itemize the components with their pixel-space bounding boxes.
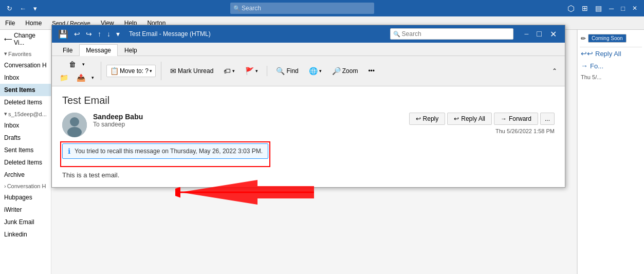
msg-ribbon: 🗑 ▾ 📁 📤 ▾ 📋 Move to: ? bbox=[52, 56, 565, 86]
minimize-btn[interactable]: ─ bbox=[606, 4, 616, 13]
reply-btn[interactable]: ↩ Reply bbox=[409, 113, 446, 125]
pencil-icon: ✏ bbox=[581, 35, 586, 42]
flag-icon: 🚩 bbox=[245, 67, 254, 75]
msg-body: Test Email Sandeep Babu bbox=[52, 86, 565, 187]
translate-icon: 🌐 bbox=[309, 67, 318, 75]
chevron-right-icon: › bbox=[4, 183, 6, 189]
coming-soon-badge: Coming Soon bbox=[588, 34, 627, 43]
move-dropdown-icon: ▾ bbox=[150, 68, 152, 74]
category-btn[interactable]: 🏷 ▾ bbox=[220, 65, 238, 77]
snooze-btn[interactable]: 📤 bbox=[73, 71, 89, 84]
msg-tabs: File Message Help bbox=[52, 43, 565, 56]
tab-message[interactable]: Message bbox=[79, 44, 118, 56]
maximize-btn[interactable]: □ bbox=[618, 4, 628, 13]
chevron-down-icon-acct: ▾ bbox=[4, 111, 7, 117]
recall-notice-container: ℹ You tried to recall this message on Th… bbox=[62, 143, 268, 165]
layout-icon[interactable]: ▤ bbox=[593, 3, 604, 13]
svg-point-1 bbox=[70, 117, 79, 126]
msg-undo-btn[interactable]: ↩ bbox=[72, 29, 82, 39]
close-btn[interactable]: ✕ bbox=[630, 4, 640, 13]
sidebar-item-inbox-fav[interactable]: Inbox bbox=[0, 71, 51, 84]
msg-search-icon: 🔍 bbox=[393, 31, 400, 38]
msg-more-btn[interactable]: ▾ bbox=[114, 29, 122, 39]
msg-search-input[interactable] bbox=[390, 28, 513, 40]
sidebar-item-deleted-items-fav[interactable]: Deleted Items bbox=[0, 96, 51, 108]
svg-point-2 bbox=[67, 127, 82, 137]
email-timestamp: Thu 5/26/2022 1:58 PM bbox=[495, 128, 555, 134]
sidebar-item-sent-items[interactable]: Sent Items bbox=[0, 144, 51, 156]
mark-unread-btn[interactable]: ✉ Mark Unread bbox=[167, 65, 217, 77]
translate-dropdown-icon: ▾ bbox=[319, 68, 322, 74]
svg-marker-5 bbox=[180, 180, 314, 187]
archive-btn[interactable]: 📁 bbox=[56, 71, 72, 84]
msg-save-btn[interactable]: 💾 bbox=[56, 28, 70, 40]
recall-notice: ℹ You tried to recall this message on Th… bbox=[62, 143, 268, 159]
help-icon[interactable]: ⬡ bbox=[565, 3, 577, 14]
flag-btn[interactable]: 🚩 ▾ bbox=[242, 65, 262, 77]
msg-redo-btn[interactable]: ↪ bbox=[84, 29, 94, 39]
refresh-btn[interactable]: ↻ bbox=[4, 4, 15, 13]
more-ribbon-btn[interactable]: ••• bbox=[364, 65, 378, 77]
undo-btn[interactable]: ← bbox=[17, 4, 29, 13]
sidebar-item-conversation-h-fav[interactable]: Conversation H bbox=[0, 59, 51, 71]
tab-help[interactable]: Help bbox=[118, 44, 144, 56]
favorites-header[interactable]: ▾ Favorites bbox=[0, 48, 51, 59]
dropdown-btn[interactable]: ▾ bbox=[31, 4, 40, 13]
bg-titlebar: ↻ ← ▾ 🔍 ⬡ ⊞ ▤ ─ □ ✕ bbox=[0, 0, 644, 16]
email-icon: ✉ bbox=[170, 67, 176, 75]
delete-btn[interactable]: 🗑 bbox=[65, 58, 80, 70]
category-icon: 🏷 bbox=[224, 67, 231, 75]
zoom-btn[interactable]: 🔎 Zoom bbox=[328, 65, 362, 77]
main-search-input[interactable] bbox=[230, 3, 374, 14]
conversation-h-group[interactable]: › Conversation H bbox=[0, 181, 51, 191]
msg-title: Test Email - Message (HTML) bbox=[129, 30, 387, 38]
reply-all-btn[interactable]: ↩ Reply All bbox=[447, 113, 492, 125]
tab-file[interactable]: File bbox=[56, 44, 79, 56]
sender-avatar bbox=[62, 113, 87, 137]
msg-up-btn[interactable]: ↑ bbox=[96, 29, 103, 39]
reply-icon: ↩ bbox=[416, 115, 421, 122]
move-to-btn[interactable]: 📋 Move to: ? ▾ bbox=[106, 65, 156, 77]
sidebar-item-linkedin[interactable]: Linkedin bbox=[0, 228, 51, 241]
bg-nav-sidebar: ⟵ Change Vi... ▾ Favorites Conversation … bbox=[0, 30, 51, 274]
msg-down-btn[interactable]: ↓ bbox=[105, 29, 113, 39]
message-window: 💾 ↩ ↪ ↑ ↓ ▾ Test Email - Message (HTML) … bbox=[51, 25, 565, 188]
reply-all-icon-btn: ↩ bbox=[454, 115, 459, 122]
delete-dropdown-btn[interactable]: ▾ bbox=[81, 58, 86, 70]
apps-icon[interactable]: ⊞ bbox=[579, 3, 591, 13]
sidebar-item-junk-email[interactable]: Junk Email bbox=[0, 216, 51, 228]
translate-btn[interactable]: 🌐 ▾ bbox=[305, 65, 325, 77]
msg-close-btn[interactable]: ✕ bbox=[546, 25, 561, 43]
find-btn[interactable]: 🔍 Find bbox=[272, 65, 302, 77]
sidebar-item-iwriter[interactable]: iWriter bbox=[0, 204, 51, 216]
sidebar-item-drafts[interactable]: Drafts bbox=[0, 132, 51, 144]
menu-home[interactable]: Home bbox=[20, 16, 47, 30]
menu-file[interactable]: File bbox=[0, 16, 20, 30]
collapse-ribbon-btn[interactable]: ⌃ bbox=[548, 65, 561, 77]
move-icon: 📋 bbox=[110, 67, 119, 75]
msg-search-wrap: 🔍 bbox=[390, 28, 513, 40]
sidebar-item-inbox[interactable]: Inbox bbox=[0, 119, 51, 132]
msg-maximize-btn[interactable]: □ bbox=[532, 25, 546, 43]
folder-icon: 📁 bbox=[60, 74, 68, 82]
zoom-icon: 🔎 bbox=[332, 67, 341, 75]
sidebar-item-archive[interactable]: Archive bbox=[0, 169, 51, 181]
change-view-btn[interactable]: ⟵ Change Vi... bbox=[0, 30, 51, 48]
sidebar-item-hubpages[interactable]: Hubpages bbox=[0, 191, 51, 204]
ellipsis-icon: ••• bbox=[368, 67, 375, 75]
find-icon: 🔍 bbox=[276, 67, 285, 75]
date-right: Thu 5/... bbox=[578, 72, 644, 82]
forward-btn-right[interactable]: → Fo... bbox=[578, 60, 644, 72]
snooze-dropdown-btn[interactable]: ▾ bbox=[90, 71, 96, 84]
email-header: Sandeep Babu To sandeep ↩ Reply ↩ Reply … bbox=[62, 113, 555, 137]
reply-all-btn-right[interactable]: ↩↩ Reply All bbox=[578, 47, 644, 60]
app-container: ↻ ← ▾ 🔍 ⬡ ⊞ ▤ ─ □ ✕ File bbox=[0, 0, 644, 274]
trash-icon: 🗑 bbox=[69, 60, 76, 68]
sidebar-item-deleted-items[interactable]: Deleted Items bbox=[0, 156, 51, 169]
forward-btn[interactable]: → Forward bbox=[494, 113, 538, 125]
account-group-header[interactable]: ▾ s_15deep@d... bbox=[0, 108, 51, 119]
sidebar-item-sent-items-fav[interactable]: Sent Items bbox=[0, 84, 51, 96]
email-actions-right: ↩ Reply ↩ Reply All → Forward ... bbox=[409, 113, 555, 134]
more-actions-btn[interactable]: ... bbox=[540, 113, 555, 125]
msg-minimize-btn[interactable]: ─ bbox=[521, 25, 533, 43]
